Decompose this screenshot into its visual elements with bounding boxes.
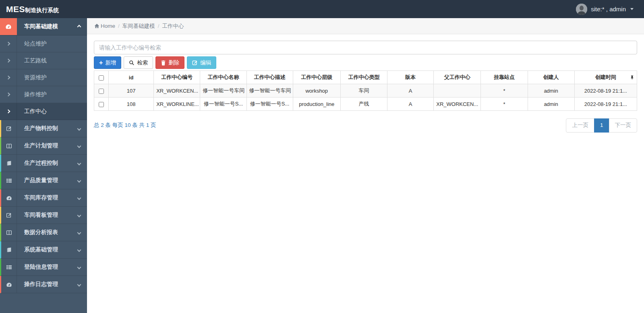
column-header-version[interactable]: 版本 [387, 71, 434, 84]
cell-id: 108 [109, 97, 154, 111]
column-header-level[interactable]: 工作中心层级 [293, 71, 340, 84]
chevron-down-icon [77, 230, 81, 234]
chevron-down-icon [77, 282, 81, 286]
search-button[interactable]: 检索 [124, 56, 153, 69]
app-logo: MES制造执行系统 [0, 4, 59, 14]
edit-button[interactable]: 编辑 [187, 56, 216, 69]
search-icon [129, 60, 135, 66]
edit-square-icon [1, 120, 17, 137]
cell-version: A [387, 97, 434, 111]
sidebar-item-process-route[interactable]: 工艺路线 [0, 52, 87, 69]
select-all-cell [94, 71, 109, 84]
column-header-type[interactable]: 工作中心类型 [340, 71, 387, 84]
chevron-down-icon [77, 161, 81, 165]
sidebar-group-label: 生产过程控制 [17, 160, 78, 167]
breadcrumb: Home / 车间基础建模 / 工作中心 [87, 18, 644, 34]
cell-created: 2022-08-19 21:1... [574, 97, 637, 111]
breadcrumb-separator: / [158, 23, 159, 29]
cell-creator: admin [528, 84, 574, 97]
sidebar-group-analytics-reports[interactable]: 数据分析报表 [0, 224, 87, 241]
breadcrumb-current: 工作中心 [162, 23, 184, 30]
pin-icon[interactable] [630, 75, 634, 80]
sidebar-group-material-control[interactable]: 生产物料控制 [0, 120, 87, 137]
book-icon [1, 155, 17, 172]
sidebar-group-inventory-management[interactable]: 车间库存管理 [0, 189, 87, 207]
chevron-down-icon [77, 213, 81, 217]
user-menu[interactable]: site:* , admin [576, 4, 644, 15]
column-header-site[interactable]: 挂靠站点 [481, 71, 528, 84]
prev-page-button[interactable]: 上一页 [566, 118, 594, 133]
breadcrumb-level1-link[interactable]: 车间基础建模 [122, 23, 155, 30]
plus-icon: + [99, 60, 103, 66]
gauge-icon [1, 189, 17, 206]
sidebar-group-plan-management[interactable]: 生产计划管理 [0, 137, 87, 155]
add-button[interactable]: + 新增 [94, 56, 121, 69]
sidebar-group-label: 生产计划管理 [17, 142, 78, 149]
breadcrumb-home-link[interactable]: Home [94, 23, 115, 29]
sidebar-item-site-maintenance[interactable]: 站点维护 [0, 35, 87, 52]
chevron-down-icon [77, 126, 81, 131]
sidebar-group-operation-log-management[interactable]: 操作日志管理 [0, 276, 87, 293]
chevron-down-icon [77, 248, 81, 252]
search-input[interactable] [94, 41, 637, 54]
sidebar-group-label: 车间看板管理 [17, 211, 78, 219]
cell-creator: admin [528, 97, 574, 111]
user-label: site:* , admin [591, 6, 626, 12]
sidebar-group-label: 产品质量管理 [17, 177, 78, 184]
next-page-button[interactable]: 下一页 [609, 118, 638, 133]
chevron-right-icon [0, 69, 17, 86]
cell-site: * [481, 84, 528, 97]
column-header-code[interactable]: 工作中心编号 [154, 71, 200, 84]
sidebar-group-label: 数据分析报表 [17, 229, 78, 236]
sidebar-group-system-management[interactable]: 系统基础管理 [0, 241, 87, 259]
table-row: 107 XR_WORKCEN... 修一智能一号车间 修一智能一号车间 work… [94, 84, 637, 97]
sidebar-item-work-center[interactable]: 工作中心 [0, 103, 87, 120]
sidebar-group-kanban-management[interactable]: 车间看板管理 [0, 207, 87, 224]
column-header-parent[interactable]: 父工作中心 [434, 71, 481, 84]
sidebar-group-login-info-management[interactable]: 登陆信息管理 [0, 259, 87, 276]
cell-id: 107 [109, 84, 154, 97]
cell-created: 2022-08-19 21:1... [574, 84, 637, 97]
gauge-icon [0, 18, 17, 35]
cell-version: A [387, 84, 434, 97]
sidebar-item-label: 站点维护 [17, 40, 87, 48]
select-all-checkbox[interactable] [99, 75, 104, 81]
cell-type: 车间 [340, 84, 387, 97]
toolbar: + 新增 检索 删除 编辑 [94, 56, 637, 69]
home-icon [94, 23, 99, 29]
delete-button[interactable]: 删除 [155, 56, 184, 69]
row-checkbox[interactable] [99, 102, 104, 107]
sidebar-group-label: 操作日志管理 [17, 281, 78, 288]
column-header-creator[interactable]: 创建人 [528, 71, 574, 84]
top-navbar: MES制造执行系统 site:* , admin [0, 0, 644, 18]
cell-name: 修一智能一号S... [200, 97, 246, 111]
caret-down-icon [630, 8, 634, 10]
sidebar-item-label: 工作中心 [17, 108, 87, 115]
cell-desc: 修一智能一号车间 [246, 84, 293, 97]
sidebar-item-label: 工艺路线 [17, 57, 87, 64]
row-checkbox[interactable] [99, 89, 104, 94]
sidebar-item-operation-maintenance[interactable]: 操作维护 [0, 86, 87, 103]
chevron-down-icon [77, 178, 81, 182]
cell-level: production_line [293, 97, 340, 111]
content-panel: + 新增 检索 删除 编辑 [87, 34, 644, 133]
sidebar-group-label: 生产物料控制 [17, 125, 78, 132]
chevron-down-icon [77, 144, 81, 148]
breadcrumb-separator: / [118, 23, 120, 29]
column-header-created[interactable]: 创建时间 [574, 71, 637, 84]
sidebar-group-workshop-modeling[interactable]: 车间基础建模 [0, 18, 87, 35]
column-header-name[interactable]: 工作中心名称 [200, 71, 246, 84]
column-header-id[interactable]: id [109, 71, 154, 84]
sidebar-item-resource-maintenance[interactable]: 资源维护 [0, 69, 87, 86]
chevron-right-icon [0, 103, 17, 120]
edit-square-icon [1, 207, 17, 224]
sidebar-item-label: 资源维护 [17, 74, 87, 81]
page-1-button[interactable]: 1 [594, 118, 609, 133]
sidebar-group-process-control[interactable]: 生产过程控制 [0, 155, 87, 172]
chevron-up-icon [77, 25, 81, 29]
list-icon [1, 259, 17, 276]
column-header-desc[interactable]: 工作中心描述 [246, 71, 293, 84]
sidebar-group-label: 系统基础管理 [17, 246, 78, 253]
cell-code: XR_WORKLINE... [154, 97, 200, 111]
sidebar-group-quality-management[interactable]: 产品质量管理 [0, 172, 87, 189]
